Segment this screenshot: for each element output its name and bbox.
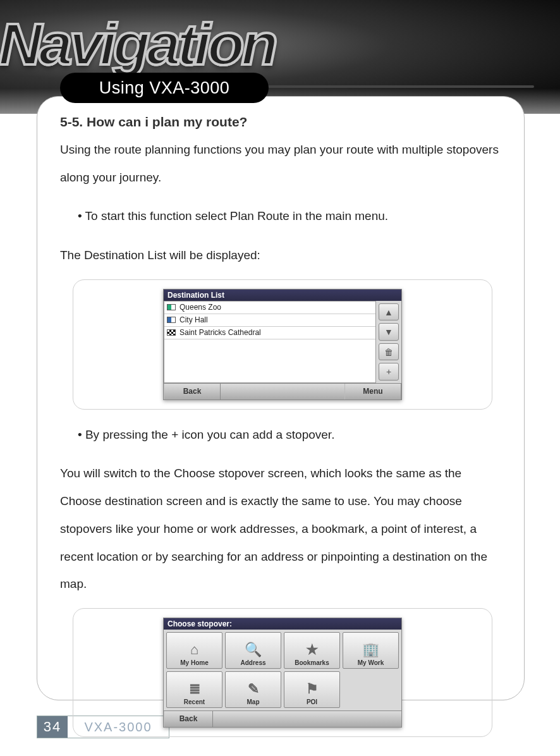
- flag-icon: [167, 317, 176, 323]
- delete-button[interactable]: 🗑: [379, 343, 399, 361]
- tile-recent[interactable]: ≣Recent: [166, 671, 222, 708]
- back-button[interactable]: Back: [164, 384, 221, 399]
- star-icon: ★: [306, 643, 319, 657]
- destination-list: Queens Zoo City Hall Saint Patricks Cath…: [164, 301, 376, 383]
- home-icon: ⌂: [190, 643, 198, 657]
- dest-intro: The Destination List will be displayed:: [60, 241, 505, 269]
- screenshot-choose-stopover: Choose stopover: ⌂My Home 🔍Address ★Book…: [73, 608, 492, 737]
- flag-icon: [167, 329, 176, 336]
- flag-icon: ⚑: [306, 682, 319, 696]
- brand-title: Navigation: [0, 11, 275, 78]
- tile-address[interactable]: 🔍Address: [225, 632, 281, 669]
- flag-icon: [167, 304, 176, 310]
- list-item[interactable]: City Hall: [164, 314, 375, 327]
- gps-choose-stopover: Choose stopover: ⌂My Home 🔍Address ★Book…: [163, 618, 402, 728]
- menu-button[interactable]: Menu: [344, 384, 401, 399]
- scroll-down-button[interactable]: ▼: [379, 323, 399, 341]
- screenshot-destination-list: Destination List Queens Zoo City Hall Sa…: [73, 279, 492, 410]
- bullet-start: • To start this function select Plan Rou…: [60, 202, 505, 230]
- scroll-up-button[interactable]: ▲: [379, 303, 399, 321]
- back-button[interactable]: Back: [164, 711, 213, 727]
- tile-my-home[interactable]: ⌂My Home: [166, 632, 222, 669]
- chapter-divider: [256, 85, 534, 88]
- gps-destination-list: Destination List Queens Zoo City Hall Sa…: [163, 289, 402, 400]
- tile-bookmarks[interactable]: ★Bookmarks: [284, 632, 340, 669]
- gps-title: Destination List: [164, 290, 401, 301]
- search-icon: 🔍: [245, 643, 262, 657]
- add-button[interactable]: +: [379, 363, 399, 381]
- list-icon: ≣: [189, 682, 200, 696]
- list-item[interactable]: Queens Zoo: [164, 302, 375, 314]
- tile-map[interactable]: ✎Map: [225, 671, 281, 708]
- gps-title: Choose stopover:: [164, 618, 401, 630]
- content-panel: 5-5. How can i plan my route? Using the …: [37, 96, 525, 700]
- tile-my-work[interactable]: 🏢My Work: [343, 632, 399, 669]
- building-icon: 🏢: [362, 643, 379, 657]
- pin-icon: ✎: [248, 682, 259, 696]
- stopover-paragraph: You will switch to the Choose stopover s…: [60, 460, 505, 597]
- chapter-pill: Using VXA-3000: [60, 73, 269, 103]
- bullet-add: • By pressing the + icon you can add a s…: [60, 421, 505, 449]
- list-item[interactable]: Saint Patricks Cathedral: [164, 327, 375, 339]
- section-title: 5-5. How can i plan my route?: [60, 114, 505, 130]
- page-number: 34: [37, 716, 68, 738]
- intro-text: Using the route planning functions you m…: [60, 136, 505, 191]
- tile-poi[interactable]: ⚑POI: [284, 671, 340, 708]
